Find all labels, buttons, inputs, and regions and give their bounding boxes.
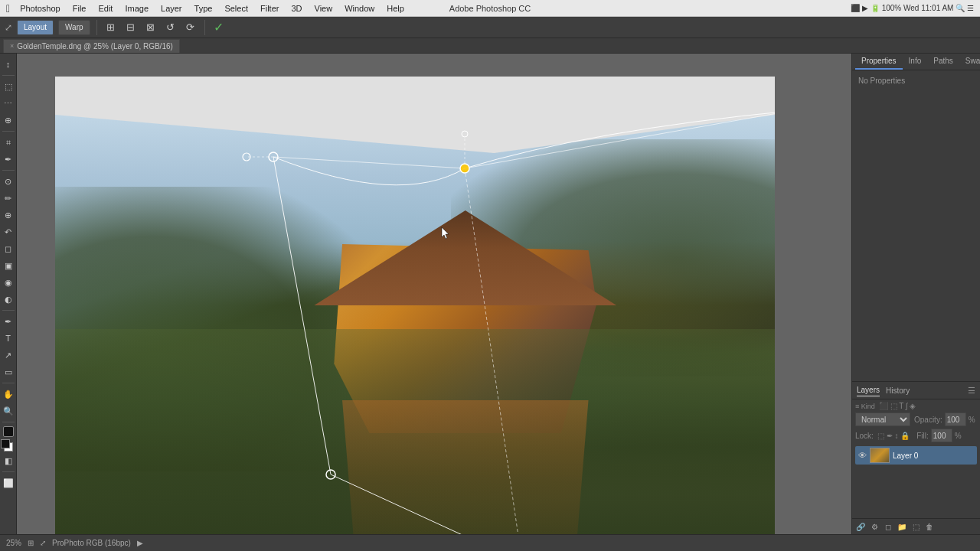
grid3-icon[interactable]: ⊠ (143, 20, 158, 35)
zoom-fit-icon[interactable]: ⊞ (28, 539, 34, 547)
menubar-right: ⬛ ▶ 🔋 100% Wed 11:01 AM 🔍 ☰ (851, 4, 974, 12)
clone-tool[interactable]: ⊕ (1, 207, 16, 223)
gradient-tool[interactable]: ▣ (1, 258, 16, 273)
reset-icon[interactable]: ↺ (163, 20, 178, 35)
zoom-tool[interactable]: 🔍 (1, 403, 16, 419)
add-style-icon[interactable]: ⚙ (869, 521, 880, 532)
menu-file[interactable]: File (67, 2, 92, 15)
blend-mode-select[interactable]: Normal (855, 412, 910, 426)
canvas-image (55, 92, 775, 534)
grid-icon[interactable]: ⊞ (103, 20, 119, 35)
menu-3d[interactable]: 3D (286, 2, 307, 15)
app-title: Adobe Photoshop CC (449, 4, 531, 13)
dodge-tool[interactable]: ◐ (1, 292, 16, 307)
layers-menu-icon[interactable]: ☰ (968, 386, 975, 396)
tool-separator7 (2, 471, 15, 472)
shape-tool[interactable]: ▭ (1, 364, 16, 380)
opacity-input[interactable] (945, 412, 966, 426)
opacity-label: Opacity: (914, 416, 942, 424)
menu-select[interactable]: Select (219, 2, 253, 15)
tool-separator5 (2, 383, 15, 383)
tab-swatches[interactable]: Swatches (959, 54, 980, 70)
tool-separator4 (2, 310, 15, 311)
menu-view[interactable]: View (309, 2, 338, 15)
brush-tool[interactable]: ✏ (1, 191, 16, 206)
status-bar: 25% ⊞ ⤢ ProPhoto RGB (16bpc) ▶ (0, 534, 980, 551)
menu-help[interactable]: Help (381, 2, 410, 15)
pen-tool[interactable]: ✒ (1, 314, 16, 329)
layer-visibility-icon[interactable]: 👁 (858, 451, 867, 460)
transform-icon: ⤢ (5, 22, 12, 33)
no-properties-label: No Properties (858, 77, 905, 85)
properties-section: Properties Info Paths Swatches No Proper… (852, 54, 980, 381)
tab-close-icon[interactable]: × (10, 42, 14, 50)
layer-name-label: Layer 0 (893, 452, 918, 460)
zoom-label: 25% (6, 539, 21, 547)
screen-mode-tool[interactable]: ⬜ (1, 475, 16, 491)
selection-tool[interactable]: ⬚ (1, 79, 16, 94)
history-brush-tool[interactable]: ↶ (1, 224, 16, 240)
tool-separator (2, 75, 15, 76)
lock-row: Lock: ⬚ ✒ ↕ 🔒 Fill: % (855, 429, 977, 442)
layout-button[interactable]: Layout (17, 20, 54, 35)
blur-tool[interactable]: ◉ (1, 275, 16, 290)
divider1 (96, 20, 97, 35)
layers-controls: ≡ Kind ⬛ ⬚ T ∫ ◈ Normal Opacity: % Lock:… (852, 399, 980, 445)
menu-edit[interactable]: Edit (93, 2, 118, 15)
layer-item[interactable]: 👁 Layer 0 (855, 446, 977, 465)
foreground-color[interactable] (3, 426, 14, 437)
add-mask-icon[interactable]: ◻ (883, 521, 893, 532)
canvas-area[interactable] (17, 54, 851, 534)
main-layout: ↕ ⬚ ⋯ ⊕ ⌗ ✒ ⊙ ✏ ⊕ ↶ ◻ ▣ ◉ ◐ ✒ T ↗ ▭ ✋ 🔍 … (0, 54, 980, 534)
menu-bar:  Photoshop File Edit Image Layer Type S… (0, 0, 980, 17)
link-layers-icon[interactable]: 🔗 (855, 521, 866, 532)
menu-photoshop[interactable]: Photoshop (15, 2, 66, 15)
tab-paths[interactable]: Paths (927, 54, 959, 70)
layers-bottom-bar: 🔗 ⚙ ◻ 📁 ⬚ 🗑 (852, 518, 980, 534)
apple-icon[interactable]:  (6, 2, 10, 15)
flip-icon[interactable]: ⟳ (183, 20, 198, 35)
tab-info[interactable]: Info (903, 54, 928, 70)
zoom-out-icon[interactable]: ⤢ (40, 539, 46, 547)
grid2-icon[interactable]: ⊟ (123, 20, 139, 35)
layers-tab[interactable]: Layers (857, 384, 880, 396)
eyedropper-tool[interactable]: ✒ (1, 152, 16, 167)
menu-window[interactable]: Window (339, 2, 380, 15)
move-tool[interactable]: ↕ (1, 57, 16, 72)
warp-button[interactable]: Warp (58, 20, 90, 35)
quick-mask-tool[interactable]: ◧ (1, 453, 16, 468)
eraser-tool[interactable]: ◻ (1, 241, 16, 256)
history-tab[interactable]: History (886, 385, 910, 396)
path-select-tool[interactable]: ↗ (1, 347, 16, 363)
tab-properties[interactable]: Properties (855, 54, 903, 70)
document-tab[interactable]: × GoldenTemple.dng @ 25% (Layer 0, RGB/1… (3, 39, 180, 53)
menu-filter[interactable]: Filter (255, 2, 284, 15)
play-button[interactable]: ▶ (137, 539, 143, 547)
menu-image[interactable]: Image (119, 2, 154, 15)
color-profile-label: ProPhoto RGB (16bpc) (52, 539, 131, 547)
divider2 (204, 20, 205, 35)
right-panel: Properties Info Paths Swatches No Proper… (851, 54, 980, 534)
kind-row: ≡ Kind ⬛ ⬚ T ∫ ◈ (855, 402, 977, 410)
spot-heal-tool[interactable]: ⊙ (1, 174, 16, 189)
panel-tabs: Properties Info Paths Swatches (852, 54, 980, 70)
fill-input[interactable] (931, 429, 952, 442)
fill-label: Fill: (916, 432, 929, 440)
delete-layer-icon[interactable]: 🗑 (924, 521, 935, 532)
canvas-container (55, 92, 775, 534)
tool-separator2 (2, 131, 15, 132)
hand-tool[interactable]: ✋ (1, 386, 16, 402)
properties-content: No Properties (852, 70, 980, 381)
tab-filename: GoldenTemple.dng @ 25% (Layer 0, RGB/16) (17, 42, 173, 51)
quick-select-tool[interactable]: ⊕ (1, 112, 16, 128)
new-group-icon[interactable]: 📁 (897, 521, 907, 532)
crop-tool[interactable]: ⌗ (1, 135, 16, 150)
text-tool[interactable]: T (1, 331, 16, 346)
system-icons: ⬛ ▶ 🔋 100% Wed 11:01 AM 🔍 ☰ (851, 4, 974, 12)
new-layer-icon[interactable]: ⬚ (910, 521, 921, 532)
menu-type[interactable]: Type (189, 2, 218, 15)
menu-layer[interactable]: Layer (155, 2, 188, 15)
lasso-tool[interactable]: ⋯ (1, 96, 16, 111)
commit-button[interactable]: ✓ (211, 20, 227, 35)
foreground-color-box[interactable] (1, 439, 10, 448)
